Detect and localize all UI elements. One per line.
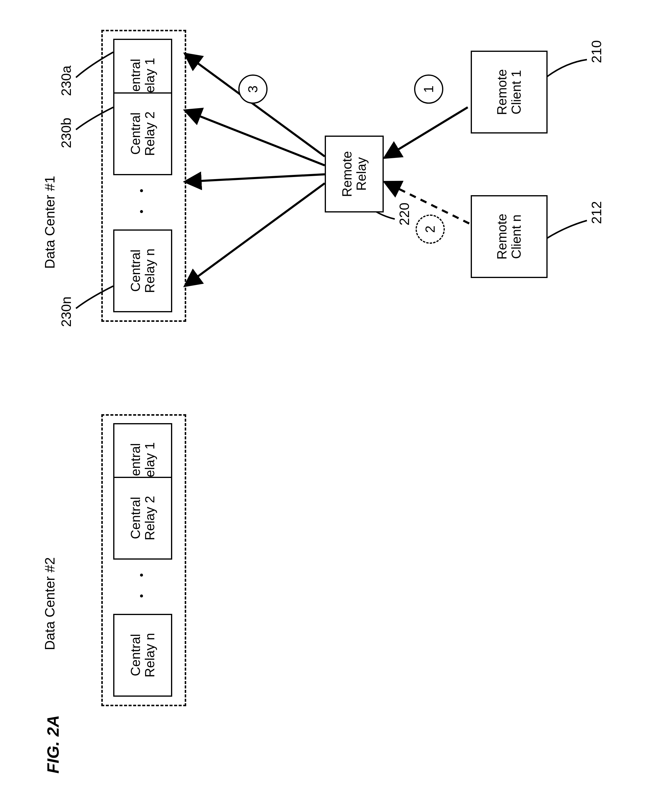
svg-line-4 xyxy=(185,174,325,182)
ref-230a: 230a xyxy=(58,66,74,99)
remote-client-1-label: Remote Client 1 xyxy=(495,69,524,115)
dc2-ellipsis xyxy=(140,574,143,618)
step-2-circle: 2 xyxy=(416,215,445,244)
step-3-circle: 3 xyxy=(238,75,268,104)
dc1-relay-2: Central Relay 2 xyxy=(113,92,172,175)
remote-client-1: Remote Client 1 xyxy=(471,51,547,133)
remote-client-n-label: Remote Client n xyxy=(495,214,524,259)
svg-line-3 xyxy=(185,110,325,165)
dc1-ellipsis xyxy=(140,189,143,234)
ref-212: 212 xyxy=(589,201,604,227)
dc2-relay-2: Central Relay 2 xyxy=(113,477,172,560)
step-1-circle: 1 xyxy=(414,75,443,104)
data-center-1-label: Data Center #1 xyxy=(42,176,58,272)
svg-line-5 xyxy=(185,183,325,286)
diagram-arrows xyxy=(0,0,645,812)
remote-client-n: Remote Client n xyxy=(471,195,547,278)
figure-label: FIG. 2A xyxy=(43,715,63,777)
dc2-relay-n: Central Relay n xyxy=(113,614,172,697)
ref-210: 210 xyxy=(589,40,604,66)
dc1-relay-n: Central Relay n xyxy=(113,229,172,312)
ref-220: 220 xyxy=(396,203,412,229)
ref-230b: 230b xyxy=(58,118,74,151)
remote-relay-label: Remote Relay xyxy=(340,151,369,197)
svg-line-0 xyxy=(384,107,468,158)
data-center-2-label: Data Center #2 xyxy=(42,557,58,653)
ref-230n: 230n xyxy=(58,296,74,330)
svg-line-2 xyxy=(185,53,325,156)
remote-relay: Remote Relay xyxy=(325,136,384,212)
